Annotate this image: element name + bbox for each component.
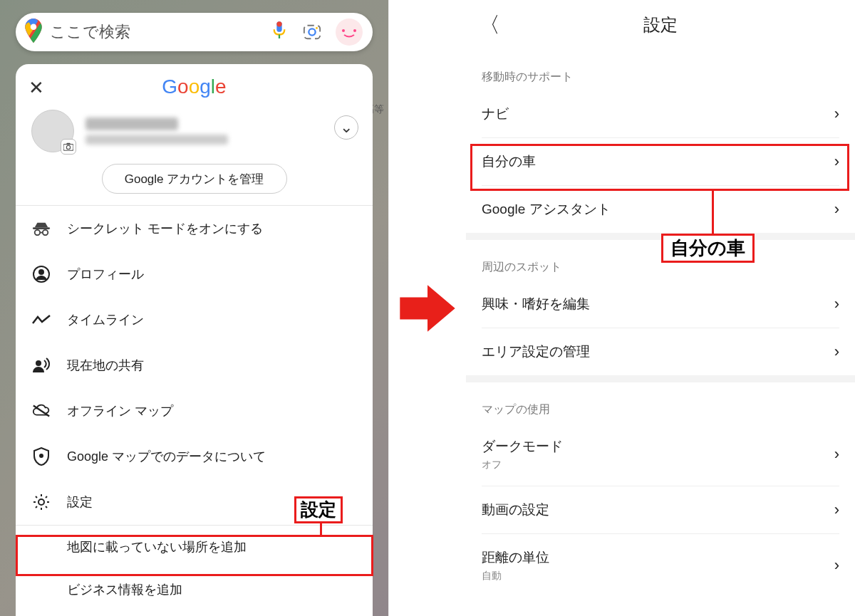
svg-point-18 (36, 360, 41, 366)
account-email-blurred (86, 135, 228, 145)
mic-icon[interactable] (271, 21, 287, 43)
item-label: Google アシスタント (482, 200, 611, 219)
svg-point-20 (39, 454, 43, 458)
svg-point-5 (309, 28, 315, 35)
maps-pin-icon (24, 19, 43, 46)
left-screenshot: 早稲 高等 ここで検索 ✕ Google (0, 0, 389, 616)
menu-label: プロフィール (67, 266, 144, 283)
item-video-settings[interactable]: 動画の設定› (466, 486, 855, 533)
svg-rect-12 (33, 227, 50, 229)
item-interests[interactable]: 興味・嗜好を編集› (466, 281, 855, 328)
item-label: ダークモード (482, 437, 563, 456)
item-label: ナビ (482, 105, 509, 123)
svg-point-10 (66, 145, 70, 149)
section-header-mapuse: マップの使用 (466, 382, 855, 423)
menu-add-business[interactable]: ビジネス情報を追加 (16, 568, 373, 611)
menu-label: 現在地の共有 (67, 357, 144, 374)
account-name-blurred (86, 118, 178, 130)
arrow-between-screens (389, 0, 466, 616)
svg-rect-4 (304, 26, 320, 39)
item-label: 動画の設定 (482, 501, 549, 519)
menu-label: Google マップでのデータについて (67, 448, 266, 465)
svg-marker-22 (400, 285, 455, 331)
lens-icon[interactable] (301, 21, 323, 43)
chevron-down-icon[interactable] (334, 115, 358, 140)
chevron-right-icon: › (834, 105, 839, 123)
menu-label: ビジネス情報を追加 (67, 581, 182, 598)
svg-point-8 (353, 29, 356, 32)
svg-rect-2 (276, 21, 281, 26)
chevron-right-icon: › (834, 295, 839, 313)
item-label: 興味・嗜好を編集 (482, 295, 590, 313)
svg-point-6 (316, 27, 318, 29)
chevron-right-icon: › (834, 501, 839, 519)
avatar[interactable] (31, 110, 74, 152)
incognito-icon (31, 219, 51, 239)
chevron-right-icon: › (834, 445, 839, 464)
section-header-support: 移動時のサポート (466, 50, 855, 90)
menu-incognito[interactable]: シークレット モードをオンにする (16, 206, 373, 251)
menu-label: 地図に載っていない場所を追加 (67, 538, 247, 555)
item-dark-mode[interactable]: ダークモードオフ › (466, 423, 855, 486)
menu-add-missing-place[interactable]: 地図に載っていない場所を追加 (16, 526, 373, 568)
svg-point-0 (31, 24, 37, 30)
menu-offline-maps[interactable]: オフライン マップ (16, 388, 373, 434)
manage-account-label: Google アカウントを管理 (125, 171, 264, 187)
person-icon (31, 264, 51, 284)
item-label: 自分の車 (482, 152, 536, 171)
timeline-icon (31, 310, 51, 330)
menu-profile[interactable]: プロフィール (16, 251, 373, 297)
menu-label: オフライン マップ (67, 402, 173, 419)
item-nav[interactable]: ナビ› (466, 90, 855, 137)
svg-point-21 (38, 499, 44, 505)
shield-icon (31, 447, 51, 466)
svg-point-14 (43, 230, 48, 235)
google-logo: Google (162, 75, 226, 98)
item-label: エリア設定の管理 (482, 343, 590, 361)
item-my-car[interactable]: 自分の車› (466, 138, 855, 185)
menu-label: タイムライン (67, 311, 144, 328)
svg-point-7 (342, 29, 345, 32)
close-icon[interactable]: ✕ (28, 77, 44, 99)
search-bar[interactable]: ここで検索 (16, 13, 373, 51)
menu-label: シークレット モードをオンにする (67, 220, 263, 237)
menu-settings[interactable]: 設定 (16, 479, 373, 525)
svg-rect-11 (66, 143, 70, 145)
item-label: 距離の単位 (482, 548, 549, 567)
item-subtitle: 自動 (482, 570, 549, 583)
menu-timeline[interactable]: タイムライン (16, 297, 373, 343)
profile-row[interactable] (16, 103, 373, 160)
menu-label: 設定 (67, 494, 93, 511)
menu-your-data[interactable]: Google マップでのデータについて (16, 434, 373, 479)
chevron-right-icon: › (834, 343, 839, 361)
menu-share-location[interactable]: 現在地の共有 (16, 343, 373, 388)
gear-icon (31, 492, 51, 512)
svg-point-17 (38, 269, 44, 275)
item-area-settings[interactable]: エリア設定の管理› (466, 328, 855, 375)
chevron-right-icon: › (834, 556, 839, 575)
account-sheet: ✕ Google Google アカウントを管理 (16, 64, 373, 616)
chevron-right-icon: › (834, 200, 839, 219)
right-screenshot: 〈 設定 移動時のサポート ナビ› 自分の車› Google アシスタント› 周… (466, 0, 855, 616)
item-subtitle: オフ (482, 459, 563, 471)
cloud-off-icon (31, 401, 51, 421)
chevron-right-icon: › (834, 152, 839, 171)
manage-account-button[interactable]: Google アカウントを管理 (102, 164, 287, 194)
arrow-right-icon (397, 278, 458, 339)
camera-icon[interactable] (61, 139, 76, 155)
annotation-connector (712, 191, 714, 234)
annotation-connector (320, 522, 322, 535)
page-title: 設定 (643, 14, 678, 36)
search-placeholder: ここで検索 (50, 21, 271, 43)
item-distance-unit[interactable]: 距離の単位自動 › (466, 534, 855, 597)
back-icon[interactable]: 〈 (479, 11, 500, 40)
share-location-icon (31, 355, 51, 375)
item-assistant[interactable]: Google アシスタント› (466, 186, 855, 233)
svg-point-13 (35, 230, 40, 235)
profile-avatar-button[interactable] (336, 19, 363, 46)
section-header-spots: 周辺のスポット (466, 240, 855, 281)
